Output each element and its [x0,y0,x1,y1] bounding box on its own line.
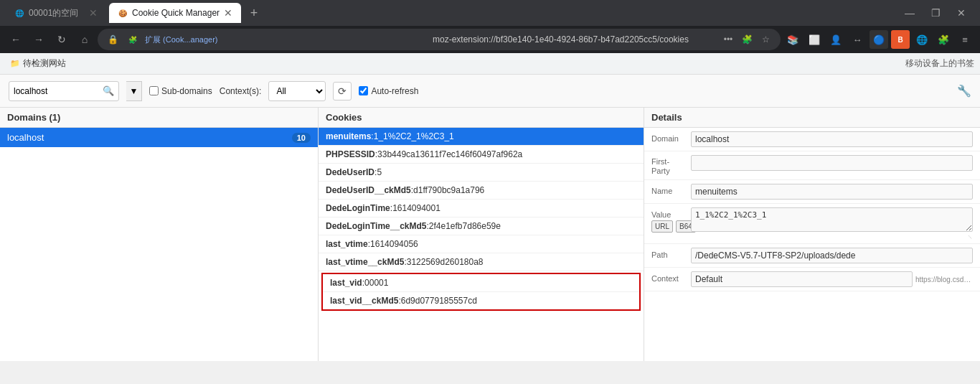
cookie-key-1: PHPSESSID [326,149,375,159]
cookie-key-3: DedeUserID__ckMd5 [326,185,411,195]
subdomains-checkbox[interactable] [149,86,159,95]
tab-favicon-1: 🌐 [14,8,24,18]
detail-row-path: Path [644,244,980,268]
subdomains-checkbox-label[interactable]: Sub-domains [149,86,212,96]
cookie-key-9: last_vid__ckMd5 [330,296,398,306]
detail-label-context: Context [651,271,691,284]
address-input-wrap[interactable]: 🔒 🧩 扩展 (Cook...anager) moz-extension://b… [98,29,781,50]
name-input[interactable] [691,184,973,200]
minimize-button[interactable]: — [900,3,920,23]
wrench-button[interactable]: 🔧 [957,84,971,98]
cookie-item-6[interactable]: last_vtime:1614094056 [319,235,644,253]
cookie-key-2: DedeUserID [326,167,374,177]
library-icon[interactable]: 📚 [783,30,802,49]
close-button[interactable]: ✕ [951,3,971,23]
tab-bar: 🌐 00001的空间 ✕ 🍪 Cookie Quick Manager ✕ + … [0,0,980,26]
cookie-val-1: 33b449ca13611f7ec146f60497af962a [377,149,522,159]
bookmark-folder-icon: 📁 [10,59,20,68]
cookie-val-0: 1_1%2C2_1%2C3_1 [374,131,454,141]
cookie-item-8[interactable]: last_vid:00001 [323,274,639,292]
domains-panel: Domains (1) localhost 10 [0,108,319,361]
autorefresh-text: Auto-refresh [371,86,418,96]
tab-close-2[interactable]: ✕ [224,7,232,19]
search-dropdown-button[interactable]: ▼ [126,81,142,101]
autorefresh-checkbox[interactable] [359,86,368,95]
addon-icon-2[interactable]: 🌐 [913,30,931,49]
domain-count: 10 [292,133,311,143]
cookie-val-7: 3122569d260180a8 [407,257,484,267]
cookie-item-2[interactable]: DedeUserID:5 [319,164,644,182]
cookie-key-8: last_vid [330,278,362,288]
domain-name: localhost [7,132,292,143]
extension-label: 扩展 (Cook...anager) [145,34,428,45]
context-select[interactable]: All Default Private [268,81,326,101]
cookie-item-0[interactable]: menuitems:1_1%2C2_1%2C3_1 [319,128,644,146]
extensions-icon[interactable]: 🧩 [739,32,755,47]
bookmarks-right[interactable]: 移动设备上的书签 [905,57,974,70]
detail-row-domain: Domain [644,128,980,151]
search-icon[interactable]: 🔍 [103,85,114,96]
firstparty-input[interactable] [691,155,973,171]
value-badges: URL B64 [651,220,691,233]
toolbar-right: 📚 ⬜ 👤 ↔ 🔵 B 🌐 🧩 ≡ [783,30,974,49]
extension-ui: 🔍 ▼ Sub-domains Context(s): All Default … [0,75,980,361]
container-icon[interactable]: ⬜ [805,30,824,49]
reload-button[interactable]: ↻ [52,29,72,50]
cookie-val-3: d1ff790bc9a1a796 [413,185,484,195]
domain-input[interactable] [691,131,973,147]
menu-button[interactable]: ≡ [956,30,974,49]
detail-value-domain [691,131,973,147]
tab-title-1: 00001的空间 [29,7,85,19]
bookmark-item-1[interactable]: 📁 待检测网站 [6,56,70,71]
detail-row-name: Name [644,180,980,204]
domain-item-localhost[interactable]: localhost 10 [0,128,318,147]
detail-label-value: Value URL B64 [651,207,691,234]
detail-row-firstparty: First-Party [644,151,980,180]
cookie-item-9[interactable]: last_vid__ckMd5:6d9d0779185557cd [323,292,639,309]
detail-value-firstparty [691,155,973,171]
sync-icon[interactable]: ↔ [848,30,867,49]
url-badge[interactable]: URL [651,220,673,233]
security-icon: 🔒 [105,32,121,47]
cookie-key-0: menuitems [326,131,371,141]
new-tab-button[interactable]: + [244,3,264,23]
tab-active-2[interactable]: 🍪 Cookie Quick Manager ✕ [109,3,241,23]
detail-label-firstparty: First-Party [651,155,691,176]
domain-search-input[interactable] [14,86,100,96]
back-button[interactable]: ← [6,29,26,50]
cookie-item-5[interactable]: DedeLoginTime__ckMd5:2f4e1efb7d86e59e [319,217,644,235]
detail-label-domain: Domain [651,131,691,144]
cookie-item-7[interactable]: last_vtime__ckMd5:3122569d260180a8 [319,253,644,271]
refresh-button[interactable]: ⟳ [333,82,352,100]
account-icon[interactable]: 👤 [826,30,845,49]
autorefresh-label[interactable]: Auto-refresh [359,86,418,96]
subdomains-label: Sub-domains [161,86,212,96]
detail-value-path [691,248,973,263]
restore-button[interactable]: ❐ [925,3,946,23]
addon-icon-1[interactable]: 🔵 [870,30,888,49]
extension-icon: 🧩 [125,32,141,47]
cookie-item-3[interactable]: DedeUserID__ckMd5:d1ff790bc9a1a796 [319,182,644,200]
cookie-val-8: 00001 [364,278,388,288]
context-input[interactable] [691,271,913,287]
tab-close-1[interactable]: ✕ [89,7,98,19]
cookie-val-6: 1614094056 [370,239,418,249]
value-textarea[interactable]: 1_1%2C2_1%2C3_1 [691,207,973,232]
cookie-item-4[interactable]: DedeLoginTime:1614094001 [319,200,644,217]
home-button[interactable]: ⌂ [75,29,95,50]
resize-handle[interactable]: ⟍ [691,234,973,240]
detail-row-value: Value URL B64 1_1%2C2_1%2C3_1 ⟍ [644,204,980,244]
burp-icon[interactable]: B [891,30,910,49]
ext-toolbar: 🔍 ▼ Sub-domains Context(s): All Default … [0,75,980,108]
tab-title-2: Cookie Quick Manager [132,8,220,18]
addon-icon-3[interactable]: 🧩 [934,30,953,49]
more-icon[interactable]: ••• [720,32,736,47]
cookie-val-4: 1614094001 [392,203,440,213]
path-input[interactable] [691,248,973,263]
forward-button[interactable]: → [29,29,49,50]
bookmark-star-icon[interactable]: ☆ [758,32,773,47]
detail-value-context: https://blog.csdn.net/p... [691,271,973,287]
cookies-panel: Cookies menuitems:1_1%2C2_1%2C3_1 PHPSES… [319,108,644,361]
cookie-item-1[interactable]: PHPSESSID:33b449ca13611f7ec146f60497af96… [319,146,644,164]
tab-inactive-1[interactable]: 🌐 00001的空间 ✕ [6,3,106,23]
